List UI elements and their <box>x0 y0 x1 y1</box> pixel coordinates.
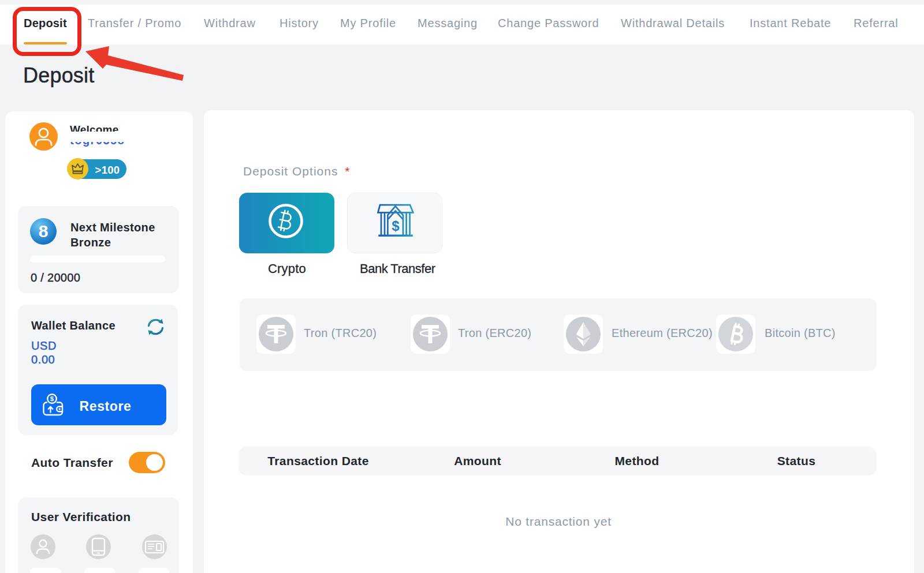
svg-text:$: $ <box>50 395 54 402</box>
svg-text:$: $ <box>392 218 400 234</box>
